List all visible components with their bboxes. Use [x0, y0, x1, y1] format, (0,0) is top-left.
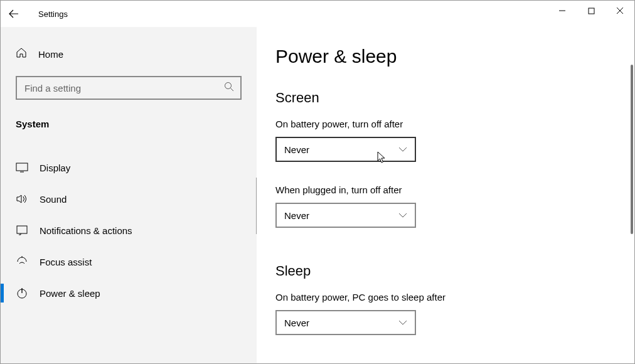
screen-battery-dropdown[interactable]: Never [275, 137, 416, 162]
sleep-battery-dropdown[interactable]: Never [275, 310, 416, 335]
sidebar-item-focus-assist[interactable]: Focus assist [1, 246, 257, 277]
close-icon [616, 7, 624, 14]
chevron-down-icon [398, 211, 407, 220]
scrollbar[interactable] [631, 65, 633, 234]
category-header: System [1, 114, 257, 141]
display-icon [16, 161, 28, 174]
nav-list: Display Sound Notifications & actions Fo… [1, 152, 257, 309]
home-label: Home [38, 49, 63, 60]
sidebar-item-notifications[interactable]: Notifications & actions [1, 215, 257, 246]
power-icon [16, 287, 28, 299]
screen-battery-label: On battery power, turn off after [275, 119, 616, 129]
screen-plugged-dropdown[interactable]: Never [275, 203, 416, 228]
sleep-battery-label: On battery power, PC goes to sleep after [275, 292, 616, 302]
minimize-icon [558, 7, 566, 14]
chevron-down-icon [398, 145, 407, 154]
maximize-icon [588, 8, 595, 14]
screen-plugged-label: When plugged in, turn off after [275, 185, 616, 195]
dropdown-value: Never [284, 144, 309, 155]
back-arrow-icon [8, 8, 19, 19]
maximize-button[interactable] [577, 1, 606, 21]
home-icon [16, 47, 27, 61]
title-bar: Settings [1, 1, 634, 27]
section-screen-title: Screen [275, 90, 616, 106]
section-sleep-title: Sleep [275, 263, 616, 279]
search-box[interactable] [16, 76, 242, 100]
page-title: Power & sleep [275, 46, 616, 67]
sidebar-item-sound[interactable]: Sound [1, 183, 257, 215]
sidebar-item-power-sleep[interactable]: Power & sleep [1, 277, 257, 309]
svg-rect-3 [17, 226, 27, 233]
minimize-button[interactable] [548, 1, 577, 21]
sound-icon [16, 193, 28, 205]
sidebar-item-label: Power & sleep [40, 288, 100, 299]
content-area: Power & sleep Screen On battery power, t… [257, 27, 634, 363]
close-button[interactable] [606, 1, 634, 21]
svg-rect-0 [589, 8, 594, 14]
window-title: Settings [38, 9, 68, 19]
back-button[interactable] [1, 1, 27, 27]
dropdown-value: Never [284, 318, 309, 328]
sidebar-item-label: Focus assist [40, 257, 92, 267]
sidebar: Home System Display [1, 27, 257, 363]
svg-point-1 [225, 83, 232, 89]
home-nav[interactable]: Home [1, 38, 257, 70]
dropdown-value: Never [284, 210, 309, 221]
sidebar-item-label: Display [40, 163, 70, 173]
window-controls [548, 1, 634, 21]
notifications-icon [16, 224, 28, 237]
focus-assist-icon [16, 255, 28, 268]
search-icon [224, 82, 234, 94]
sidebar-item-display[interactable]: Display [1, 152, 257, 183]
search-input[interactable] [24, 83, 224, 94]
chevron-down-icon [398, 318, 407, 327]
sidebar-item-label: Sound [40, 194, 67, 205]
svg-rect-2 [16, 163, 28, 171]
sidebar-item-label: Notifications & actions [40, 225, 132, 236]
